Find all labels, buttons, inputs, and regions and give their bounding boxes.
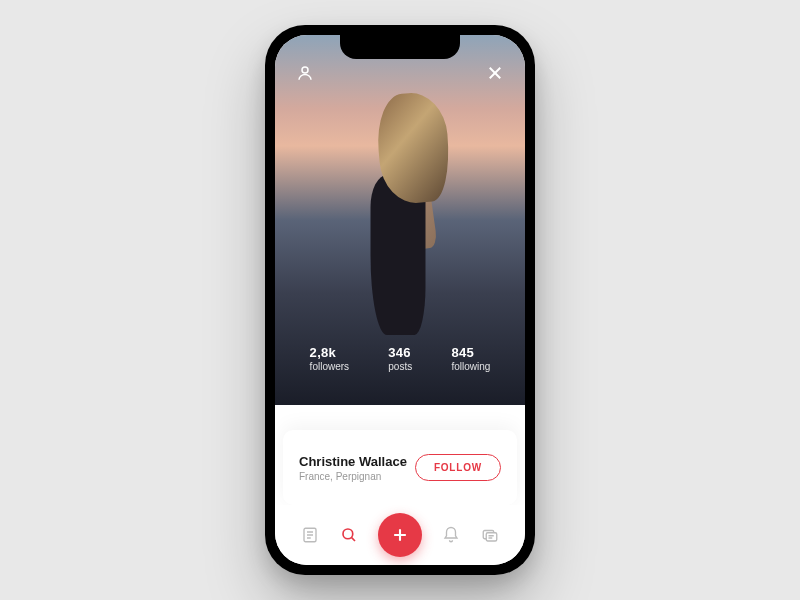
nav-add-button[interactable] — [378, 513, 422, 557]
user-info: Christine Wallace France, Perpignan — [299, 454, 407, 482]
screen: 2,8k followers 346 posts 845 following C… — [275, 35, 525, 565]
stat-following[interactable]: 845 following — [451, 345, 490, 372]
info-card: Christine Wallace France, Perpignan FOLL… — [283, 430, 517, 505]
nav-feed-icon[interactable] — [300, 525, 320, 545]
svg-line-8 — [351, 538, 354, 541]
following-value: 845 — [451, 345, 490, 360]
nav-notifications-icon[interactable] — [441, 525, 461, 545]
profile-icon[interactable] — [295, 63, 315, 83]
nav-messages-icon[interactable] — [480, 525, 500, 545]
svg-point-7 — [343, 529, 353, 539]
svg-point-0 — [302, 67, 308, 73]
posts-value: 346 — [388, 345, 412, 360]
top-bar — [275, 63, 525, 83]
followers-value: 2,8k — [310, 345, 349, 360]
nav-search-icon[interactable] — [339, 525, 359, 545]
followers-label: followers — [310, 361, 349, 372]
user-name: Christine Wallace — [299, 454, 407, 469]
stat-followers[interactable]: 2,8k followers — [310, 345, 349, 372]
follow-button[interactable]: FOLLOW — [415, 454, 501, 481]
nav-bar — [275, 505, 525, 565]
close-icon[interactable] — [485, 63, 505, 83]
stat-posts[interactable]: 346 posts — [388, 345, 412, 372]
following-label: following — [451, 361, 490, 372]
svg-rect-12 — [487, 533, 498, 541]
user-location: France, Perpignan — [299, 471, 407, 482]
person-silhouette — [351, 85, 461, 345]
phone-frame: 2,8k followers 346 posts 845 following C… — [265, 25, 535, 575]
posts-label: posts — [388, 361, 412, 372]
stats-row: 2,8k followers 346 posts 845 following — [275, 345, 525, 372]
